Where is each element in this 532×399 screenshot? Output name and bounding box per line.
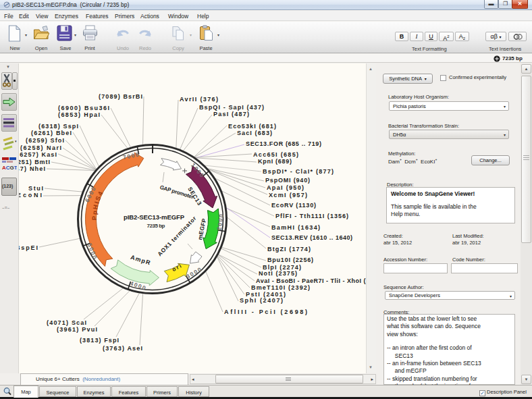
svg-text:AvaI - BsoBI - PaeR7I - TliI -: AvaI - BsoBI - PaeR7I - TliI - XhoI (238… — [256, 277, 366, 284]
svg-text:7235 bp: 7235 bp — [147, 223, 165, 229]
svg-text:BamHI (1634): BamHI (1634) — [271, 224, 320, 231]
svg-text:(6261) BbeI: (6261) BbeI — [31, 130, 72, 136]
svg-text:(6257) KasI: (6257) KasI — [19, 151, 57, 158]
svg-text:ApaI (950): ApaI (950) — [267, 184, 304, 191]
svg-text:PspOMI (940): PspOMI (940) — [265, 177, 310, 184]
svg-text:KpnI (689): KpnI (689) — [258, 158, 292, 165]
svg-text:EcoNI: EcoNI — [19, 192, 42, 198]
svg-text:(3813) FspI: (3813) FspI — [80, 337, 119, 344]
svg-text:(6900) Bsu36I: (6900) Bsu36I — [58, 105, 109, 111]
svg-text:XcmI (957): XcmI (957) — [269, 192, 307, 198]
svg-text:BtgZI (1774): BtgZI (1774) — [267, 246, 311, 252]
svg-text:(4071) ScaI: (4071) ScaI — [47, 319, 86, 326]
svg-text:SacI (683): SacI (683) — [237, 130, 272, 136]
svg-text:pIB2-SEC13-mEGFP: pIB2-SEC13-mEGFP — [124, 213, 185, 221]
svg-text:AmpR: AmpR — [130, 254, 151, 266]
svg-text:SEC13.FOR (685 .. 719): SEC13.FOR (685 .. 719) — [246, 140, 321, 147]
svg-text:EcoRV (1130): EcoRV (1130) — [271, 202, 316, 209]
svg-text:(6259) SfoI: (6259) SfoI — [26, 137, 64, 144]
svg-text:SEC13.REV (1610 .. 1640): SEC13.REV (1610 .. 1640) — [271, 234, 352, 241]
svg-text:PasI (487): PasI (487) — [213, 111, 249, 117]
svg-text:SphI (2407): SphI (2407) — [240, 297, 283, 304]
svg-text:StuI: StuI — [28, 185, 43, 192]
svg-text:Acc65I (685): Acc65I (685) — [253, 151, 298, 158]
svg-text:(6247) NheI: (6247) NheI — [19, 165, 45, 172]
svg-text:BspDI* - ClaI* (877): BspDI* - ClaI* (877) — [263, 168, 334, 175]
svg-text:(6258) NarI: (6258) NarI — [20, 144, 61, 151]
svg-text:Bpu10I (2256): Bpu10I (2256) — [267, 257, 313, 263]
svg-text:ACGT: ACGT — [2, 165, 17, 171]
svg-text:(6251) BmtI: (6251) BmtI — [19, 159, 50, 165]
svg-text:AOX1 terminator: AOX1 terminator — [156, 215, 198, 258]
svg-text:Eco53kI (681): Eco53kI (681) — [228, 123, 276, 130]
svg-text:BspEI: BspEI — [19, 244, 38, 251]
svg-text:(3763) AseI: (3763) AseI — [103, 345, 142, 352]
svg-text:NotI (2375): NotI (2375) — [259, 270, 297, 277]
svg-text:AvrII (376): AvrII (376) — [180, 96, 218, 103]
svg-text:BmeT110I (2392): BmeT110I (2392) — [251, 284, 310, 291]
svg-text:(6853) HpaI: (6853) HpaI — [58, 111, 100, 118]
svg-text:AflIII - PciI (2698): AflIII - PciI (2698) — [224, 309, 307, 315]
svg-text:(7089) BsrBI: (7089) BsrBI — [99, 93, 142, 100]
svg-text:(6318) SspI: (6318) SspI — [38, 123, 78, 130]
svg-text:(3961) PvuI: (3961) PvuI — [57, 326, 97, 333]
svg-text:BspQI - SapI (437): BspQI - SapI (437) — [199, 104, 264, 111]
svg-text:PflFI - Tth111I (1356): PflFI - Tth111I (1356) — [275, 213, 348, 219]
